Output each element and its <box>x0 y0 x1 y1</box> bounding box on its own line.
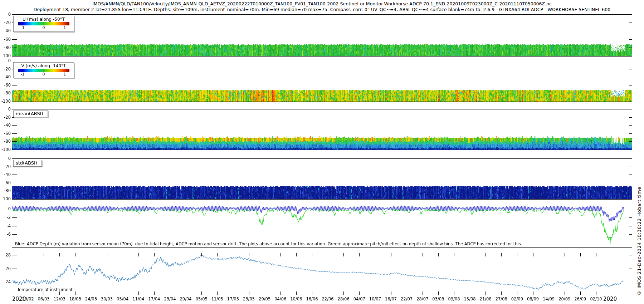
u-colorbar-legend: U (m/s) along -50°T -1 0 1 <box>13 16 74 32</box>
u-legend-label: U (m/s) along -50°T <box>14 17 74 22</box>
y-tick-mark-right <box>629 48 632 48</box>
x-tick-label: 12/03 <box>51 296 68 301</box>
panel-depth-variation: Blue: ADCP Depth (m) variation from sens… <box>12 204 632 248</box>
x-tick-label: 11/04 <box>130 296 147 301</box>
x-tick-label: 16/07 <box>383 296 399 301</box>
x-tick-mark-bottom <box>343 291 344 295</box>
y-tick-mark-right <box>629 77 632 77</box>
x-tick-mark-bottom <box>533 291 533 295</box>
x-tick-mark-top <box>533 253 533 256</box>
x-tick-mark-bottom <box>170 291 170 295</box>
y-tick-mark-left <box>12 209 17 209</box>
x-tick-mark-top <box>328 253 328 256</box>
y-tick-label: -60 <box>0 83 11 88</box>
x-tick-mark-top <box>107 253 107 256</box>
x-tick-mark-top <box>280 253 281 256</box>
x-tick-mark-top <box>438 253 439 256</box>
y-tick-label: -20 <box>0 67 11 72</box>
x-tick-label: 11/05 <box>209 296 225 301</box>
x-tick-mark-bottom <box>328 291 328 295</box>
y-tick-mark-right <box>629 217 632 218</box>
x-tick-mark-top <box>91 253 91 256</box>
x-tick-mark-top <box>470 253 470 256</box>
y-tick-mark-left <box>12 117 17 118</box>
x-tick-mark-bottom <box>249 291 249 295</box>
y-tick-label: -60 <box>0 131 11 136</box>
y-tick-label: 0 <box>0 156 11 161</box>
temperature-line-canvas <box>12 253 632 295</box>
y-tick-label: -80 <box>0 139 11 144</box>
x-tick-mark-top <box>343 253 344 256</box>
x-tick-label: 23/04 <box>162 296 178 301</box>
x-tick-label: 27/08 <box>493 296 509 301</box>
x-tick-mark-bottom <box>296 291 297 295</box>
x-tick-label: 10/06 <box>288 296 304 301</box>
y-tick-mark-right <box>629 209 632 209</box>
mean-absi-label-box: mean(ABSI) <box>13 111 48 117</box>
x-tick-label: 04/06 <box>272 296 289 301</box>
x-tick-mark-bottom <box>423 291 423 295</box>
x-tick-label: 08/09 <box>525 296 541 301</box>
x-tick-label: 22/07 <box>399 296 415 301</box>
panel-std-absi: std(ABSI) <box>12 158 632 200</box>
colorbar-notch <box>23 69 23 72</box>
x-tick-mark-bottom <box>565 291 565 295</box>
x-tick-mark-bottom <box>391 291 391 295</box>
y-tick-label: -20 <box>0 164 11 169</box>
x-tick-mark-bottom <box>438 291 439 295</box>
x-tick-mark-top <box>154 253 155 256</box>
x-tick-mark-bottom <box>138 291 139 295</box>
y-tick-mark-right <box>629 69 632 69</box>
x-tick-mark-top <box>454 253 454 256</box>
std-absi-label-box: std(ABSI) <box>13 160 42 167</box>
panel-temperature: Temperature at instrument <box>12 253 632 295</box>
x-axis-year-right: 2020 <box>603 296 617 302</box>
x-tick-label: 10/07 <box>367 296 383 301</box>
y-tick-mark-right <box>629 125 632 126</box>
y-tick-mark-left <box>12 255 17 255</box>
y-tick-label: -20 <box>0 20 11 25</box>
x-tick-mark-top <box>44 253 44 256</box>
x-tick-label: 02/09 <box>509 296 525 301</box>
x-tick-mark-top <box>407 253 407 256</box>
x-tick-mark-bottom <box>201 291 202 295</box>
x-tick-label: 29/04 <box>177 296 194 301</box>
x-tick-mark-bottom <box>265 291 265 295</box>
y-tick-mark-right <box>629 133 632 134</box>
y-tick-label: -2 <box>0 215 11 220</box>
x-tick-mark-top <box>59 253 60 256</box>
y-tick-mark-left <box>12 282 17 282</box>
x-tick-label: 24/03 <box>83 296 99 301</box>
x-tick-mark-bottom <box>186 291 186 295</box>
x-tick-mark-top <box>28 253 28 256</box>
y-tick-mark-left <box>12 125 17 126</box>
y-tick-mark-left <box>12 191 17 191</box>
x-tick-mark-top <box>201 253 202 256</box>
colorbar-tick-label: 1 <box>64 25 66 30</box>
x-tick-label: 17/04 <box>146 296 162 301</box>
x-tick-label: 30/03 <box>99 296 115 301</box>
imos-copyright-watermark: © IMOS 21-Dec-2024 10:36:22 Hobart time <box>636 158 642 296</box>
x-tick-label: 05/05 <box>193 296 210 301</box>
y-tick-mark-right <box>629 191 632 191</box>
y-tick-mark-left <box>12 39 17 40</box>
panel-mean-absi: mean(ABSI) <box>12 109 632 150</box>
panel-v-velocity: V (m/s) along -140°T -1 0 1 <box>12 61 632 102</box>
v-legend-label: V (m/s) along -140°T <box>14 63 74 68</box>
y-tick-label: -4 <box>0 224 11 229</box>
x-tick-mark-top <box>186 253 186 256</box>
x-tick-mark-bottom <box>470 291 470 295</box>
x-tick-label: 28/06 <box>335 296 352 301</box>
x-tick-mark-top <box>312 253 312 256</box>
x-tick-mark-top <box>359 253 360 256</box>
x-tick-mark-bottom <box>501 291 502 295</box>
x-tick-label: 26/09 <box>572 296 589 301</box>
y-tick-label: -100 <box>0 99 11 104</box>
y-tick-label: -100 <box>0 147 11 152</box>
x-tick-mark-bottom <box>91 291 91 295</box>
x-tick-mark-top <box>123 253 123 256</box>
x-tick-mark-bottom <box>154 291 155 295</box>
y-tick-label: -40 <box>0 74 11 79</box>
y-tick-label: -80 <box>0 188 11 193</box>
y-tick-mark-right <box>629 141 632 142</box>
